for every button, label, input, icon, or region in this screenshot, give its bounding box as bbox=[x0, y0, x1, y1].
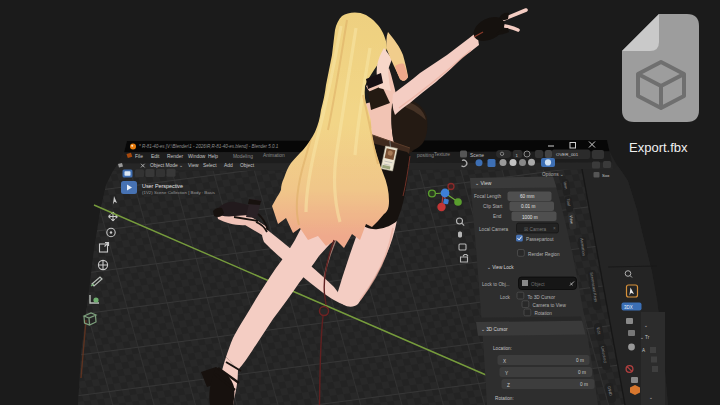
svg-text:To 3D Cursor: To 3D Cursor bbox=[528, 295, 556, 300]
svg-text:Clip Start: Clip Start bbox=[483, 204, 503, 209]
svg-text:Focal Length: Focal Length bbox=[474, 194, 501, 199]
svg-text:Options ⌄: Options ⌄ bbox=[542, 172, 564, 177]
svg-text:Texture: Texture bbox=[434, 152, 450, 157]
svg-text:Tool: Tool bbox=[566, 198, 572, 206]
svg-text:⌄: ⌄ bbox=[644, 323, 648, 328]
svg-text:Rotation:: Rotation: bbox=[495, 396, 514, 401]
svg-text:Camera to View: Camera to View bbox=[533, 303, 567, 308]
svg-text:0 m: 0 m bbox=[580, 382, 588, 387]
svg-text:Z: Z bbox=[507, 383, 510, 388]
svg-text:Export.fbx: Export.fbx bbox=[629, 140, 688, 155]
svg-text:Rotation: Rotation bbox=[535, 311, 553, 316]
svg-text:OVER_001: OVER_001 bbox=[556, 152, 579, 157]
svg-text:Render: Render bbox=[167, 154, 183, 159]
svg-text:⌄ View: ⌄ View bbox=[475, 180, 492, 186]
svg-text:⌄ Tr: ⌄ Tr bbox=[640, 335, 650, 340]
svg-text:Help: Help bbox=[208, 154, 218, 159]
svg-text:Add: Add bbox=[224, 163, 233, 168]
svg-text:×: × bbox=[553, 226, 556, 231]
svg-text:1000 m: 1000 m bbox=[522, 215, 538, 220]
svg-text:Select: Select bbox=[203, 163, 217, 168]
svg-text:☒ Camera: ☒ Camera bbox=[524, 227, 547, 232]
svg-text:⌄ View Lock: ⌄ View Lock bbox=[487, 265, 514, 270]
svg-text:Object Mode ⌄: Object Mode ⌄ bbox=[150, 163, 183, 168]
svg-text:Location:: Location: bbox=[493, 346, 512, 351]
svg-text:Passepartout: Passepartout bbox=[526, 237, 554, 242]
svg-text:Modeling: Modeling bbox=[233, 154, 253, 159]
svg-text:* R-81-40-es [V:\Blender\1 -: * R-81-40-es [V:\Blender\1 - 2026\R,R-81… bbox=[139, 144, 279, 149]
svg-text:View: View bbox=[188, 163, 199, 168]
svg-text:0 m: 0 m bbox=[578, 370, 586, 375]
svg-text:3DX: 3DX bbox=[624, 305, 633, 310]
svg-text:Local Camera: Local Camera bbox=[479, 227, 509, 232]
svg-text:Sox: Sox bbox=[602, 173, 610, 178]
svg-text:Object: Object bbox=[531, 282, 545, 287]
svg-text:positing: positing bbox=[417, 153, 434, 158]
svg-text:End: End bbox=[493, 214, 502, 219]
svg-text:User Perspective: User Perspective bbox=[142, 183, 183, 189]
svg-text:Object: Object bbox=[240, 163, 255, 168]
svg-text:Animation: Animation bbox=[263, 153, 285, 158]
svg-text:Lock: Lock bbox=[500, 295, 511, 300]
svg-text:Lock to Obj...: Lock to Obj... bbox=[482, 282, 510, 287]
svg-text:Edit: Edit bbox=[151, 154, 160, 159]
svg-text:Window: Window bbox=[188, 154, 206, 159]
svg-text:File: File bbox=[135, 154, 143, 159]
svg-text:0.01 m: 0.01 m bbox=[521, 204, 535, 209]
svg-text:0 m: 0 m bbox=[576, 358, 584, 363]
svg-text:(1V2) Scene Collection [ Body: (1V2) Scene Collection [ Body : Basis bbox=[142, 190, 216, 195]
svg-text:⌄ 3D Cursor: ⌄ 3D Cursor bbox=[481, 327, 508, 332]
svg-text:Scene: Scene bbox=[470, 153, 484, 158]
svg-text:⌄: ⌄ bbox=[649, 395, 653, 400]
svg-text:Render Region: Render Region bbox=[528, 252, 560, 257]
svg-text:60 mm: 60 mm bbox=[520, 194, 534, 199]
